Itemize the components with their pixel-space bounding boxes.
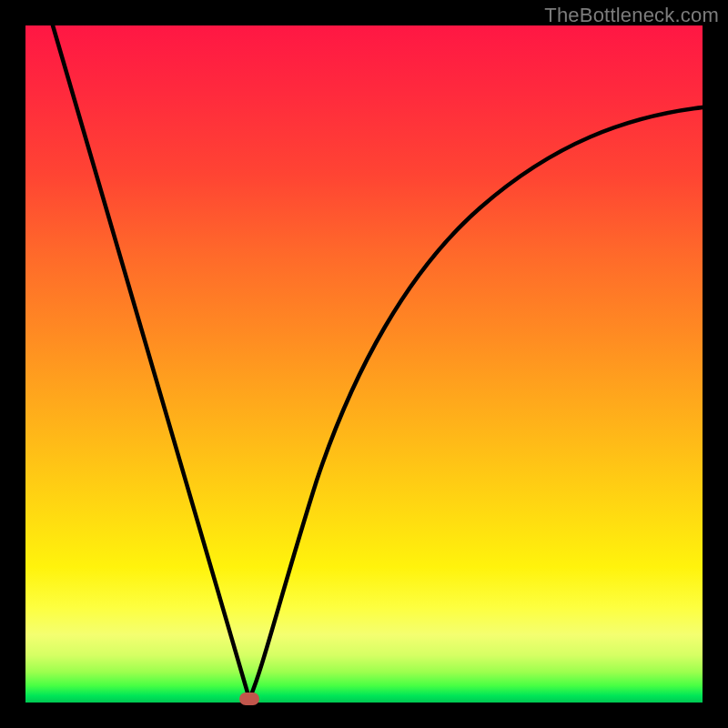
- plot-area: [25, 25, 703, 703]
- chart-frame: TheBottleneck.com: [0, 0, 728, 728]
- watermark-text: TheBottleneck.com: [544, 4, 719, 27]
- curve-path: [53, 25, 703, 699]
- minimum-marker: [239, 693, 259, 705]
- bottleneck-curve: [25, 25, 703, 703]
